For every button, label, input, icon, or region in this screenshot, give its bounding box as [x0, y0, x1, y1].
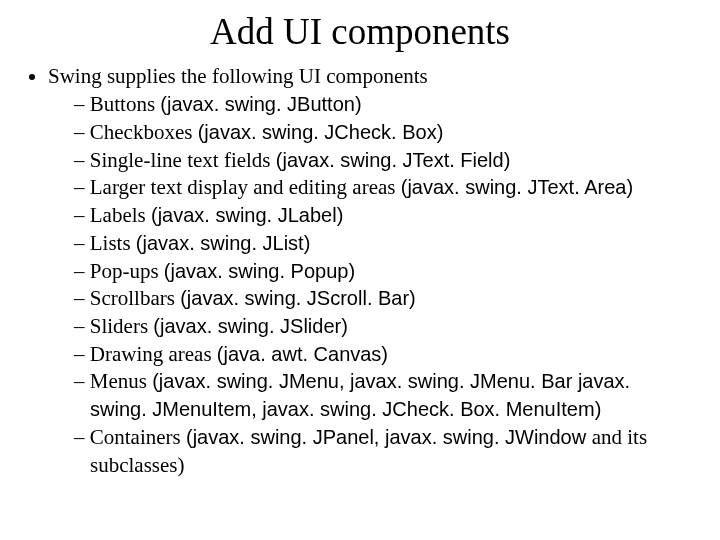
list-item: Buttons (javax. swing. JButton)	[74, 91, 692, 119]
item-label: Sliders	[90, 314, 154, 338]
item-label: Pop-ups	[90, 259, 164, 283]
item-label: Menus	[90, 369, 152, 393]
list-item: Menus (javax. swing. JMenu, javax. swing…	[74, 368, 692, 423]
list-item: Single-line text fields (javax. swing. J…	[74, 147, 692, 175]
slide-title: Add UI components	[28, 10, 692, 53]
item-api: (javax. swing. JScroll. Bar)	[180, 287, 416, 309]
bullet-level1: Swing supplies the following UI componen…	[48, 63, 692, 479]
list-item: Scrollbars (javax. swing. JScroll. Bar)	[74, 285, 692, 313]
item-api: (javax. swing. JLabel)	[151, 204, 343, 226]
slide: Add UI components Swing supplies the fol…	[0, 0, 720, 540]
item-api: (javax. swing. JButton)	[160, 93, 361, 115]
item-label: Drawing areas	[90, 342, 217, 366]
list-item: Pop-ups (javax. swing. Popup)	[74, 258, 692, 286]
list-item: Labels (javax. swing. JLabel)	[74, 202, 692, 230]
item-api: (javax. swing. JSlider)	[153, 315, 348, 337]
item-api: (java. awt. Canvas)	[217, 343, 388, 365]
bullet-list: Swing supplies the following UI componen…	[28, 63, 692, 479]
list-item: Drawing areas (java. awt. Canvas)	[74, 341, 692, 369]
list-item: Containers (javax. swing. JPanel, javax.…	[74, 424, 692, 479]
list-item: Checkboxes (javax. swing. JCheck. Box)	[74, 119, 692, 147]
item-label: Scrollbars	[90, 286, 180, 310]
item-api: (javax. swing. Popup)	[164, 260, 355, 282]
item-label: Labels	[90, 203, 151, 227]
item-label: Checkboxes	[90, 120, 198, 144]
list-item: Larger text display and editing areas (j…	[74, 174, 692, 202]
item-label: Buttons	[90, 92, 161, 116]
item-api: (javax. swing. JText. Field)	[276, 149, 511, 171]
list-item: Sliders (javax. swing. JSlider)	[74, 313, 692, 341]
item-label: Lists	[90, 231, 136, 255]
item-label: Containers	[90, 425, 186, 449]
item-api: (javax. swing. JText. Area)	[401, 176, 633, 198]
item-label: Larger text display and editing areas	[90, 175, 401, 199]
bullet-text: Swing supplies the following UI componen…	[48, 64, 428, 88]
item-label: Single-line text fields	[90, 148, 276, 172]
item-api: (javax. swing. JPanel, javax. swing. JWi…	[186, 426, 592, 448]
item-api: (javax. swing. JCheck. Box)	[198, 121, 444, 143]
component-list: Buttons (javax. swing. JButton) Checkbox…	[48, 91, 692, 479]
item-api: (javax. swing. JList)	[136, 232, 311, 254]
list-item: Lists (javax. swing. JList)	[74, 230, 692, 258]
item-api: (javax. swing. JMenu, javax. swing. JMen…	[90, 370, 630, 420]
